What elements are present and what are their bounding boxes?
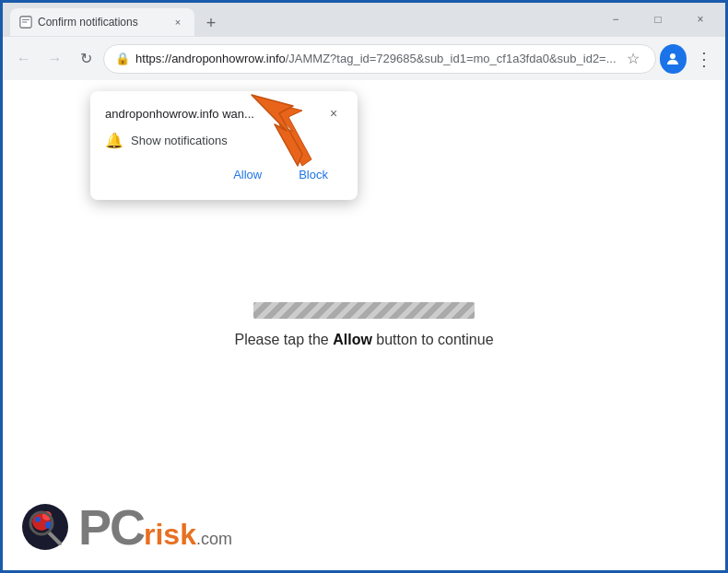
new-tab-button[interactable]: + — [198, 10, 224, 36]
logo-risk: risk — [144, 520, 196, 549]
logo-area: PCrisk.com — [21, 502, 232, 552]
reload-button[interactable]: ↻ — [72, 44, 100, 74]
svg-point-1 — [670, 53, 675, 59]
address-bar: ← → ↻ 🔒 https://androponhowrow.info/JAMM… — [3, 36, 725, 80]
svg-point-5 — [35, 517, 41, 522]
popup-row: 🔔 Show notifications — [105, 132, 343, 149]
instruction-suffix: button to continue — [372, 332, 494, 347]
tab-close-button[interactable]: × — [170, 15, 185, 29]
popup-title: androponhowrow.info wan... — [105, 107, 254, 121]
popup-buttons: Allow Block — [105, 162, 343, 187]
logo-pc: PC — [78, 502, 144, 552]
url-bar[interactable]: 🔒 https://androponhowrow.info/JAMMZ?tag_… — [103, 44, 655, 74]
url-path: /JAMMZ?tag_id=729685&sub_id1=mo_cf1a3fda… — [286, 52, 616, 65]
minimize-button[interactable]: − — [594, 5, 637, 34]
tab-page-icon — [19, 16, 32, 29]
logo-text: PCrisk.com — [78, 502, 232, 552]
loading-bar-container — [253, 302, 475, 319]
instruction-prefix: Please tap the — [234, 332, 333, 347]
back-button[interactable]: ← — [10, 44, 38, 74]
url-display: https://androponhowrow.info/JAMMZ?tag_id… — [135, 52, 616, 65]
popup-row-text: Show notifications — [131, 134, 228, 147]
maximize-button[interactable]: □ — [637, 5, 679, 34]
profile-button[interactable] — [660, 44, 687, 74]
notification-popup: androponhowrow.info wan... × 🔔 Show noti… — [90, 91, 358, 200]
bookmark-icon[interactable]: ☆ — [622, 48, 644, 70]
page-content: Please tap the Allow button to continue … — [3, 80, 725, 570]
menu-button[interactable]: ⋮ — [690, 44, 718, 74]
active-tab[interactable]: Confirm notifications × — [10, 8, 194, 36]
title-bar: Confirm notifications × + − □ × — [3, 3, 725, 36]
popup-close-button[interactable]: × — [324, 104, 343, 123]
forward-button[interactable]: → — [41, 44, 69, 74]
browser-window: Confirm notifications × + − □ × ← → ↻ 🔒 … — [3, 3, 725, 570]
pcrisk-logo-icon — [21, 503, 69, 551]
popup-header: androponhowrow.info wan... × — [105, 104, 343, 123]
window-controls: − □ × — [594, 5, 725, 34]
person-icon — [664, 51, 681, 67]
logo-dot-com: .com — [196, 530, 232, 549]
block-button[interactable]: Block — [284, 162, 343, 187]
allow-button[interactable]: Allow — [218, 162, 276, 187]
loading-bar — [253, 302, 475, 319]
tab-strip: Confirm notifications × + — [3, 3, 594, 36]
tab-title: Confirm notifications — [38, 16, 165, 29]
instruction-text: Please tap the Allow button to continue — [234, 332, 493, 348]
url-domain: https://androponhowrow.info — [135, 52, 286, 65]
close-button[interactable]: × — [679, 5, 722, 34]
instruction-allow: Allow — [333, 332, 372, 347]
lock-icon: 🔒 — [115, 52, 130, 65]
bell-icon: 🔔 — [105, 132, 123, 149]
